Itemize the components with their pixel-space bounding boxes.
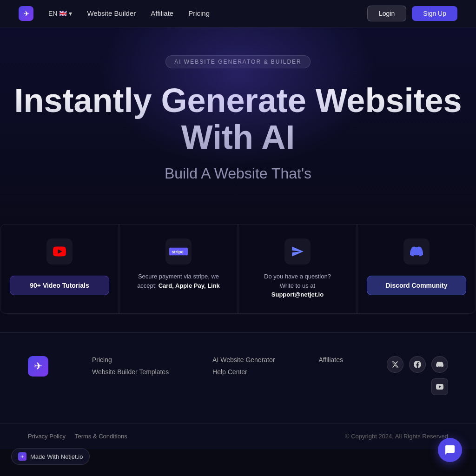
stripe-payment-text: Secure payment via stripe, we accept: Ca… (129, 272, 228, 290)
hero-title: Instantly Generate Websites With AI (9, 82, 467, 156)
made-with-label: Made With Netjet.io (30, 453, 83, 460)
footer-link-affiliates[interactable]: Affiliates (318, 356, 343, 364)
footer-bottom-links: Privacy Policy Terms & Conditions (28, 433, 127, 440)
footer-logo[interactable]: ✈ (28, 356, 48, 377)
discord-icon (403, 238, 430, 264)
discord-social-icon[interactable] (431, 356, 448, 373)
footer-social (387, 356, 448, 395)
made-with-badge[interactable]: ✈ Made With Netjet.io (11, 448, 90, 465)
nav-links: Website Builder Affiliate Pricing (87, 9, 210, 18)
footer: ✈ Pricing Website Builder Templates AI W… (0, 332, 476, 423)
privacy-policy-link[interactable]: Privacy Policy (28, 433, 66, 440)
youtube-icon (46, 238, 73, 264)
footer-link-ai-generator[interactable]: AI Website Generator (212, 356, 275, 364)
footer-logo-icon: ✈ (28, 356, 48, 377)
footer-link-pricing[interactable]: Pricing (92, 356, 169, 364)
nav-logo[interactable]: ✈ (19, 6, 33, 21)
svg-text:stripe: stripe (172, 250, 183, 254)
twitter-icon[interactable] (387, 356, 403, 373)
copyright-text: © Copyright 2024, All Rights Reserved (345, 433, 448, 440)
send-icon (284, 238, 311, 264)
terms-conditions-link[interactable]: Terms & Conditions (75, 433, 127, 440)
footer-nav-col-1: Pricing Website Builder Templates (92, 356, 169, 376)
facebook-icon[interactable] (409, 356, 426, 373)
made-with-icon: ✈ (18, 452, 26, 461)
discord-community-button[interactable]: Discord Community (367, 276, 466, 295)
footer-nav-col-3: Affiliates (318, 356, 343, 364)
feature-stripe-payment: stripe Secure payment via stripe, we acc… (119, 224, 238, 314)
signup-button[interactable]: Sign Up (412, 6, 457, 21)
footer-links-row: ✈ Pricing Website Builder Templates AI W… (28, 356, 448, 395)
hero-section: AI WEBSITE GENERATOR & BUILDER Instantly… (0, 27, 476, 224)
video-tutorials-button[interactable]: 90+ Video Tutorials (10, 276, 109, 295)
feature-video-tutorials: 90+ Video Tutorials (0, 224, 119, 314)
footer-link-website-builder-templates[interactable]: Website Builder Templates (92, 368, 169, 376)
features-grid: 90+ Video Tutorials stripe Secure paymen… (0, 224, 476, 332)
feature-discord: Discord Community (357, 224, 476, 314)
footer-link-help-center[interactable]: Help Center (212, 368, 275, 376)
nav-link-website-builder[interactable]: Website Builder (87, 9, 136, 17)
stripe-icon: stripe (165, 238, 192, 264)
nav-link-affiliate[interactable]: Affiliate (151, 9, 173, 17)
youtube-social-icon[interactable] (431, 378, 448, 395)
footer-nav-col-2: AI Website Generator Help Center (212, 356, 275, 376)
feature-support: Do you have a question?Write to us at Su… (238, 224, 357, 314)
hero-badge: AI WEBSITE GENERATOR & BUILDER (165, 55, 311, 68)
hero-subtitle: Build A Website That's (9, 165, 467, 182)
social-icons-row (387, 356, 448, 373)
lang-text: EN (48, 10, 57, 17)
support-text: Do you have a question?Write to us at Su… (264, 272, 331, 299)
login-button[interactable]: Login (367, 6, 406, 21)
language-selector[interactable]: EN 🇬🇧 ▾ (48, 10, 72, 17)
footer-bottom: Privacy Policy Terms & Conditions © Copy… (0, 423, 476, 449)
nav-link-pricing[interactable]: Pricing (188, 9, 210, 17)
nav-right: Login Sign Up (367, 6, 457, 21)
chevron-down-icon: ▾ (69, 10, 72, 17)
nav-left: ✈ EN 🇬🇧 ▾ Website Builder Affiliate Pric… (19, 6, 210, 21)
flag-icon: 🇬🇧 (59, 10, 67, 17)
chat-bubble-button[interactable] (438, 438, 462, 462)
logo-icon: ✈ (19, 6, 33, 21)
navbar: ✈ EN 🇬🇧 ▾ Website Builder Affiliate Pric… (0, 0, 476, 27)
